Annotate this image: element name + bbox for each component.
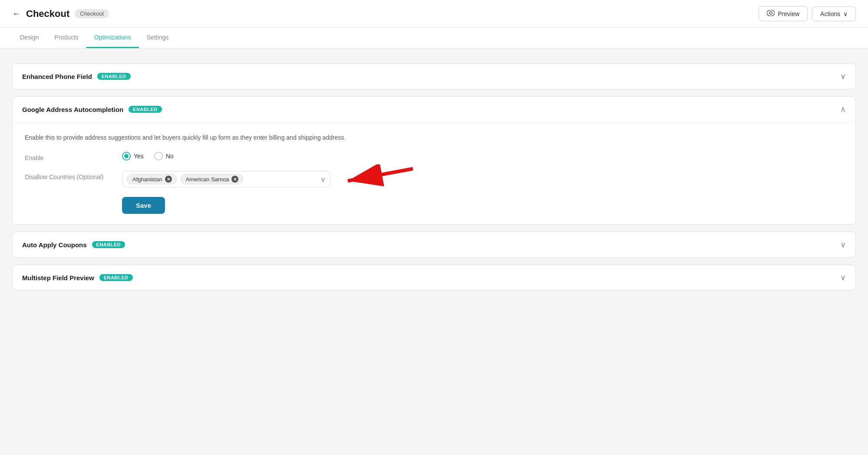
breadcrumb-badge: Checkout (75, 9, 109, 18)
enable-yes-option[interactable]: Yes (122, 152, 144, 160)
enhanced-phone-section: Enhanced Phone Field ENABLED ∨ (12, 63, 856, 89)
american-samoa-tag-label: American Samoa (186, 176, 229, 183)
enhanced-phone-badge: ENABLED (97, 73, 131, 80)
no-radio-btn[interactable] (154, 152, 163, 160)
auto-apply-coupons-badge: ENABLED (92, 241, 125, 248)
multistep-field-badge: ENABLED (99, 274, 133, 281)
google-address-body: Enable this to provide address suggestio… (13, 122, 855, 224)
enable-row: Enable Yes No (25, 152, 843, 161)
american-samoa-tag: American Samoa ✕ (180, 174, 244, 184)
yes-label: Yes (134, 153, 144, 160)
chevron-down-icon: ∨ (843, 10, 848, 17)
afghanistan-tag-close[interactable]: ✕ (165, 176, 172, 183)
auto-apply-coupons-title: Auto Apply Coupons (22, 241, 87, 249)
disallow-countries-select[interactable]: Afghanistan ✕ American Samoa ✕ ∨ (122, 171, 330, 187)
enable-radio-group: Yes No (122, 152, 174, 160)
google-address-description: Enable this to provide address suggestio… (25, 133, 843, 142)
top-bar: ← Checkout Checkout Preview Actions ∨ (0, 0, 868, 28)
google-address-header[interactable]: Google Address Autocompletion ENABLED ∧ (13, 97, 855, 122)
yes-radio-btn[interactable] (122, 152, 131, 160)
save-button[interactable]: Save (122, 197, 165, 214)
google-address-section: Google Address Autocompletion ENABLED ∧ … (12, 96, 856, 225)
enhanced-phone-title: Enhanced Phone Field (22, 73, 92, 80)
google-address-badge: ENABLED (129, 106, 162, 113)
afghanistan-tag-label: Afghanistan (132, 176, 162, 183)
google-address-header-left: Google Address Autocompletion ENABLED (22, 106, 162, 113)
auto-apply-coupons-header-left: Auto Apply Coupons ENABLED (22, 241, 125, 249)
tab-design[interactable]: Design (12, 28, 47, 48)
afghanistan-tag: Afghanistan ✕ (127, 174, 177, 184)
page-title: Checkout (26, 8, 69, 20)
enhanced-phone-header[interactable]: Enhanced Phone Field ENABLED ∨ (13, 64, 855, 89)
disallow-countries-label: Disallow Countries (Optional) (25, 171, 112, 180)
enhanced-phone-header-left: Enhanced Phone Field ENABLED (22, 73, 131, 80)
google-address-title: Google Address Autocompletion (22, 106, 123, 113)
svg-line-3 (348, 169, 413, 181)
actions-button[interactable]: Actions ∨ (812, 7, 856, 21)
main-content: Enhanced Phone Field ENABLED ∨ Google Ad… (0, 49, 868, 305)
save-row: Save (122, 197, 843, 214)
chevron-down-icon: ∨ (840, 72, 846, 81)
enable-label: Enable (25, 152, 112, 161)
multistep-field-section: Multistep Field Preview ENABLED ∨ (12, 265, 856, 291)
red-arrow-annotation (335, 164, 422, 199)
tab-settings[interactable]: Settings (139, 28, 177, 48)
chevron-down-icon: ∨ (840, 273, 846, 282)
preview-label: Preview (778, 10, 799, 17)
disallow-countries-container: Afghanistan ✕ American Samoa ✕ ∨ (122, 171, 330, 187)
auto-apply-coupons-header[interactable]: Auto Apply Coupons ENABLED ∨ (13, 232, 855, 257)
american-samoa-tag-close[interactable]: ✕ (231, 176, 238, 183)
auto-apply-coupons-section: Auto Apply Coupons ENABLED ∨ (12, 232, 856, 258)
no-label: No (166, 153, 174, 160)
enable-no-option[interactable]: No (154, 152, 174, 160)
multistep-field-header[interactable]: Multistep Field Preview ENABLED ∨ (13, 265, 855, 290)
multistep-field-title: Multistep Field Preview (22, 274, 94, 282)
eye-icon (767, 10, 775, 17)
actions-label: Actions (820, 10, 840, 17)
disallow-countries-row: Disallow Countries (Optional) Afghanista… (25, 171, 843, 187)
chevron-up-icon: ∧ (840, 105, 846, 114)
preview-button[interactable]: Preview (759, 6, 808, 21)
svg-point-0 (767, 10, 775, 16)
back-button[interactable]: ← (12, 9, 21, 19)
svg-point-1 (769, 12, 772, 14)
top-bar-right: Preview Actions ∨ (759, 6, 856, 21)
tab-products[interactable]: Products (47, 28, 86, 48)
select-chevron-icon[interactable]: ∨ (320, 175, 326, 183)
tab-optimizations[interactable]: Optimizations (86, 28, 139, 48)
chevron-down-icon: ∨ (840, 240, 846, 249)
multistep-field-header-left: Multistep Field Preview ENABLED (22, 274, 133, 282)
top-bar-left: ← Checkout Checkout (12, 8, 109, 20)
tabs-bar: Design Products Optimizations Settings (0, 28, 868, 49)
